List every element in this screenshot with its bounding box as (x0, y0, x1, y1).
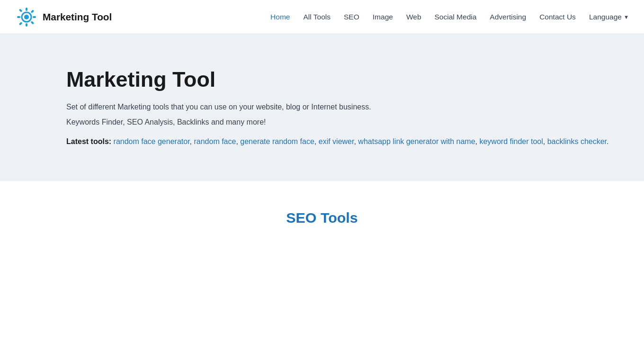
nav-link-home[interactable]: Home (270, 13, 290, 21)
latest-tool-2[interactable]: random face (194, 137, 236, 145)
nav-link-advertising[interactable]: Advertising (490, 13, 526, 21)
svg-rect-6 (19, 9, 23, 12)
latest-tools-label: Latest tools: (66, 137, 111, 145)
nav-item-language[interactable]: Language ▼ (589, 13, 629, 21)
latest-tool-1[interactable]: random face generator (114, 137, 190, 145)
nav-link-contactus[interactable]: Contact Us (539, 13, 576, 21)
svg-rect-8 (19, 22, 23, 26)
nav-item-seo[interactable]: SEO (344, 13, 359, 21)
hero-description1: Set of different Marketing tools that yo… (66, 101, 625, 113)
hero-latest-tools: Latest tools: random face generator, ran… (66, 135, 625, 148)
nav-link-socialmedia[interactable]: Social Media (435, 13, 477, 21)
nav-link-seo[interactable]: SEO (344, 13, 359, 21)
nav-item-alltools[interactable]: All Tools (303, 13, 331, 21)
latest-tool-4[interactable]: exif viewer (319, 137, 354, 145)
svg-point-1 (24, 15, 29, 19)
nav-item-advertising[interactable]: Advertising (490, 13, 526, 21)
nav-link-web[interactable]: Web (406, 13, 421, 21)
svg-rect-9 (31, 9, 35, 13)
main-content: SEO Tools (0, 181, 644, 269)
latest-tool-6[interactable]: keyword finder tool (479, 137, 543, 145)
chevron-down-icon: ▼ (624, 14, 629, 20)
brand-name: Marketing Tool (43, 11, 112, 23)
navbar: Marketing Tool Home All Tools SEO Image … (0, 0, 644, 34)
nav-link-image[interactable]: Image (373, 13, 393, 21)
language-label: Language (589, 13, 622, 21)
nav-item-home[interactable]: Home (270, 13, 290, 21)
language-dropdown[interactable]: Language ▼ (589, 13, 629, 21)
svg-rect-7 (31, 21, 35, 25)
hero-section: Marketing Tool Set of different Marketin… (0, 34, 644, 181)
svg-rect-2 (26, 8, 27, 11)
seo-tools-title: SEO Tools (19, 209, 625, 226)
nav-item-contactus[interactable]: Contact Us (539, 13, 576, 21)
nav-item-socialmedia[interactable]: Social Media (435, 13, 477, 21)
latest-tool-5[interactable]: whatsapp link generator with name (358, 137, 475, 145)
hero-description2: Keywords Finder, SEO Analysis, Backlinks… (66, 116, 625, 128)
nav-item-image[interactable]: Image (373, 13, 393, 21)
latest-tool-7[interactable]: backlinks checker (547, 137, 607, 145)
svg-rect-5 (33, 16, 36, 18)
brand-logo-icon (15, 6, 38, 28)
nav-item-web[interactable]: Web (406, 13, 421, 21)
nav-link-alltools[interactable]: All Tools (303, 13, 331, 21)
brand-logo-link[interactable]: Marketing Tool (15, 6, 112, 28)
svg-rect-4 (17, 16, 20, 18)
latest-tool-3[interactable]: generate random face (240, 137, 314, 145)
svg-rect-3 (26, 23, 27, 27)
hero-title: Marketing Tool (66, 67, 625, 91)
nav-menu: Home All Tools SEO Image Web Social Medi… (270, 13, 629, 21)
